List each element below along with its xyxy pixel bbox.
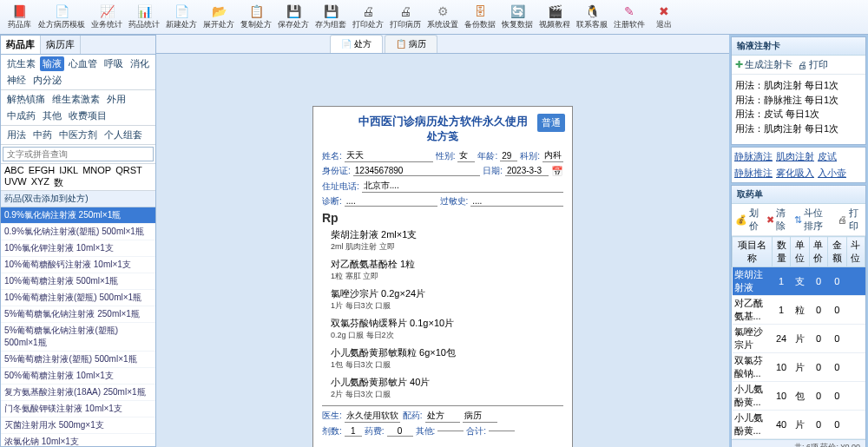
tool-退出[interactable]: ✖退出 <box>648 2 680 32</box>
tool-系统设置[interactable]: ⚙系统设置 <box>424 2 461 32</box>
search-input[interactable] <box>3 147 154 161</box>
table-row[interactable]: 小儿氨酚黄...10包00 <box>733 382 865 411</box>
drug-item[interactable]: 5%葡萄糖氯化钠注射液 250ml×1瓶 <box>1 306 155 323</box>
table-header[interactable]: 斗位 <box>846 237 865 267</box>
injection-link[interactable]: 肌肉注射 <box>776 150 814 163</box>
category-item[interactable]: 内分泌 <box>30 73 64 88</box>
center-tab[interactable]: 📄 处方 <box>330 35 383 53</box>
injection-link[interactable]: 皮试 <box>818 150 837 163</box>
category-item[interactable]: 中医方剂 <box>56 128 100 142</box>
category-item[interactable]: 神经 <box>4 73 29 88</box>
category-item[interactable]: 个人组套 <box>102 128 145 142</box>
table-row[interactable]: 对乙酰氨基...1粒00 <box>733 296 865 325</box>
drug-item[interactable]: 5%葡萄糖氯化钠注射液(塑瓶) 500ml×1瓶 <box>1 323 155 352</box>
drug-item[interactable]: 10%葡萄糖注射液(塑瓶) 500ml×1瓶 <box>1 290 155 306</box>
category-item[interactable]: 其他 <box>40 108 64 123</box>
center-tab[interactable]: 📋 病历 <box>385 35 437 53</box>
tool-药品库[interactable]: 📕药品库 <box>3 2 35 32</box>
tool-存为组套[interactable]: 💾存为组套 <box>312 2 349 32</box>
drug-item[interactable]: 浓氯化钠 10ml×1支 <box>1 434 155 446</box>
tool-业务统计[interactable]: 📈业务统计 <box>89 2 125 32</box>
category-item[interactable]: 消化 <box>128 56 152 71</box>
med-tool[interactable]: ✖清除 <box>766 207 789 233</box>
category-item[interactable]: 维生素激素 <box>49 92 102 107</box>
injection-link[interactable]: 静脉滴注 <box>734 150 773 163</box>
allergy-field[interactable]: .... <box>470 196 563 207</box>
alpha-item[interactable]: XYZ <box>30 176 51 189</box>
diag-field[interactable]: .... <box>345 196 437 207</box>
table-row[interactable]: 双氯芬酸钠...10片00 <box>733 353 865 382</box>
med-tool[interactable]: 💰划价 <box>735 207 761 233</box>
injection-link[interactable]: 静脉推注 <box>734 167 773 180</box>
left-tab[interactable]: 病历库 <box>41 36 81 54</box>
table-header[interactable]: 单价 <box>809 237 827 267</box>
category-item[interactable]: 心血管 <box>66 56 100 71</box>
med-tool[interactable]: ⇅斗位排序 <box>794 207 832 233</box>
drug-item[interactable]: 灭菌注射用水 500mg×1支 <box>1 417 155 434</box>
alpha-item[interactable]: 数 <box>52 176 65 189</box>
tool-视频教程[interactable]: 🎬视频教程 <box>536 2 573 32</box>
gen-card-button[interactable]: ✚生成注射卡 <box>735 58 792 71</box>
rx-drug-entry[interactable]: 对乙酰氨基酚栓 1粒1粒 塞肛 立即 <box>331 258 563 282</box>
table-row[interactable]: 柴胡注射液1支00 <box>733 267 865 296</box>
rx-drug-entry[interactable]: 双氯芬酸钠缓释片 0.1g×10片0.2g 口服 每日2次 <box>331 317 563 341</box>
drug-item[interactable]: 10%葡萄糖酸钙注射液 10ml×1支 <box>1 257 155 273</box>
tool-药品统计[interactable]: 📊药品统计 <box>126 2 162 32</box>
sex-field[interactable]: 女 <box>457 149 475 162</box>
alpha-item[interactable]: ABC <box>3 165 26 175</box>
rx-drug-entry[interactable]: 小儿氨酚黄那敏片 40片2片 每日3次 口服 <box>331 376 563 400</box>
drug-item[interactable]: 5%葡萄糖注射液(塑瓶) 500ml×1瓶 <box>1 352 155 368</box>
category-item[interactable]: 呼吸 <box>102 56 126 71</box>
drug-item[interactable]: 0.9%氯化钠注射液 250ml×1瓶 <box>1 207 155 224</box>
category-item[interactable]: 收费项目 <box>66 108 109 123</box>
drug-item[interactable]: 10%氯化钾注射液 10ml×1支 <box>1 240 155 257</box>
tool-保存处方[interactable]: 💾保存处方 <box>275 2 312 32</box>
tool-打印处方[interactable]: 🖨打印处方 <box>350 2 386 32</box>
table-row[interactable]: 氯唑沙宗片24片00 <box>733 325 865 353</box>
alpha-item[interactable]: IJKL <box>57 165 80 175</box>
rx-drug-entry[interactable]: 小儿氨酚黄那敏颗粒 6g×10包1包 每日3次 口服 <box>331 346 563 371</box>
print-card-button[interactable]: 🖨打印 <box>798 58 828 71</box>
left-tab[interactable]: 药品库 <box>1 36 41 54</box>
tool-复制处方[interactable]: 📋复制处方 <box>238 2 274 32</box>
injection-link[interactable]: 入小壶 <box>818 167 846 180</box>
category-item[interactable]: 中药 <box>30 128 55 142</box>
id-field[interactable]: 1234567890 <box>353 166 480 176</box>
rx-drug-entry[interactable]: 氯唑沙宗片 0.2g×24片1片 每日3次 口服 <box>331 287 563 312</box>
med-order-table[interactable]: 项目名称数量单位单价金额斗位 柴胡注射液1支00对乙酰氨基...1粒00氯唑沙宗… <box>732 236 865 439</box>
category-item[interactable]: 抗生素 <box>4 56 38 71</box>
tool-展开处方[interactable]: 📂展开处方 <box>201 2 237 32</box>
rx-drugs-list[interactable]: 柴胡注射液 2ml×1支2ml 肌肉注射 立即对乙酰氨基酚栓 1粒1粒 塞肛 立… <box>322 228 563 400</box>
dept-field[interactable]: 内科 <box>542 149 563 162</box>
drug-item[interactable]: 门冬氨酸钾镁注射液 10ml×1支 <box>1 401 155 417</box>
drug-item[interactable]: 50%葡萄糖注射液 10ml×1支 <box>1 368 155 385</box>
rx-drug-entry[interactable]: 柴胡注射液 2ml×1支2ml 肌肉注射 立即 <box>331 228 563 253</box>
alpha-item[interactable]: UVW <box>3 176 29 189</box>
tool-联系客服[interactable]: 🐧联系客服 <box>574 2 610 32</box>
calendar-icon[interactable]: 📅 <box>551 166 563 177</box>
med-tool[interactable]: 🖨打印 <box>838 207 862 233</box>
tool-备份数据[interactable]: 🗄备份数据 <box>462 2 498 32</box>
tool-处方病历模板[interactable]: 📄处方病历模板 <box>36 2 88 32</box>
tool-打印病历[interactable]: 🖨打印病历 <box>387 2 424 32</box>
table-header[interactable]: 金额 <box>828 237 846 267</box>
table-header[interactable]: 单位 <box>791 237 809 267</box>
drug-item[interactable]: 复方氨基酸注射液(18AA) 250ml×1瓶 <box>1 385 155 401</box>
table-row[interactable]: 小儿氨酚黄...40片00 <box>733 411 865 439</box>
category-item[interactable]: 解热镇痛 <box>4 92 48 107</box>
tool-注册软件[interactable]: ✎注册软件 <box>611 2 648 32</box>
category-item[interactable]: 输液 <box>40 56 64 71</box>
addr-field[interactable]: 北京市.... <box>362 180 563 193</box>
tool-恢复数据[interactable]: 🔄恢复数据 <box>499 2 536 32</box>
alpha-item[interactable]: QRST <box>114 165 144 175</box>
date-field[interactable]: 2023-3-3 <box>505 166 549 176</box>
alpha-item[interactable]: MNOP <box>81 165 113 175</box>
alpha-item[interactable]: EFGH <box>27 165 57 175</box>
drug-list[interactable]: 0.9%氯化钠注射液 250ml×1瓶0.9%氯化钠注射液(塑瓶) 500ml×… <box>1 207 155 446</box>
drug-item[interactable]: 0.9%氯化钠注射液(塑瓶) 500ml×1瓶 <box>1 224 155 240</box>
drug-item[interactable]: 10%葡萄糖注射液 500ml×1瓶 <box>1 273 155 290</box>
name-field[interactable]: 天天 <box>345 149 433 162</box>
table-header[interactable]: 数量 <box>772 237 791 267</box>
category-item[interactable]: 外用 <box>104 92 128 107</box>
category-item[interactable]: 中成药 <box>4 108 38 123</box>
